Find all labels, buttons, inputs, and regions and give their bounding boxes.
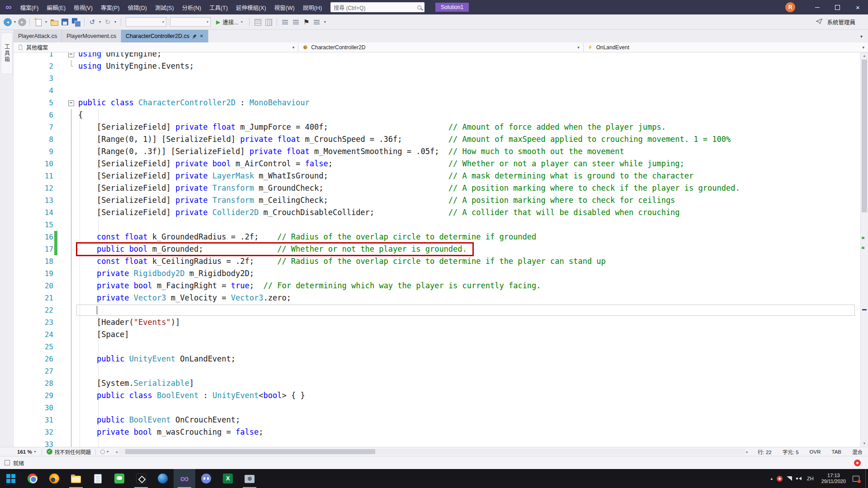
indent-icon[interactable] <box>280 17 290 27</box>
code-line[interactable]: 26 public UnityEvent OnLandEvent; <box>14 353 860 365</box>
input-language-indicator[interactable]: ZH <box>806 476 815 481</box>
menu-item[interactable]: 專案(P) <box>97 3 124 12</box>
code-editor[interactable]: 1using UnityEngine;2using UnityEngine.Ev… <box>14 52 868 447</box>
menu-item[interactable]: 檔案(F) <box>16 3 43 12</box>
tab-playerattack-cs[interactable]: PlayerAttack.cs <box>14 30 62 42</box>
member-dropdown[interactable]: OnLandEvent ▾ <box>584 42 868 52</box>
code-line[interactable]: 13 [SerializeField] private Transform m_… <box>14 194 860 206</box>
code-line[interactable]: 7 [SerializeField] private float m_JumpF… <box>14 121 860 133</box>
action-center-icon[interactable] <box>853 476 859 482</box>
line-number[interactable]: 21 <box>14 292 53 304</box>
line-number[interactable]: 19 <box>14 267 53 280</box>
code-line[interactable]: 14 [SerializeField] private Collider2D m… <box>14 206 860 219</box>
line-number[interactable]: 12 <box>14 182 53 194</box>
taskbar-firefox-button[interactable] <box>43 469 65 488</box>
line-number[interactable]: 8 <box>14 133 53 145</box>
menu-item[interactable]: 測試(S) <box>151 3 178 12</box>
taskbar-chrome-button[interactable] <box>22 469 43 488</box>
properties-icon[interactable] <box>264 17 274 27</box>
toolbox-tab[interactable]: 工具箱 <box>1 33 13 74</box>
quick-search-box[interactable]: 搜尋 (Ctrl+Q) <box>330 2 425 12</box>
redo-dropdown-chevron[interactable]: ▾ <box>113 20 118 24</box>
menu-item[interactable]: 檢視(V) <box>70 3 97 12</box>
tab-list-chevron[interactable]: ▾ <box>855 34 868 39</box>
tab-playermovement-cs[interactable]: PlayerMovement.cs <box>62 30 121 42</box>
fold-collapse-button[interactable] <box>65 97 75 109</box>
taskbar-clock[interactable]: 17:13 29/11/2020 <box>819 473 849 484</box>
code-line[interactable]: 25 <box>14 341 860 353</box>
line-number[interactable]: 26 <box>14 353 53 365</box>
line-number[interactable]: 5 <box>14 97 53 109</box>
menu-item[interactable]: 偵錯(D) <box>124 3 151 12</box>
code-line[interactable]: 28 [System.Serializable] <box>14 377 860 389</box>
code-line[interactable]: 16 const float k_GroundedRadius = .2f; /… <box>14 231 860 243</box>
taskbar-excel-button[interactable]: X <box>217 469 239 488</box>
code-line[interactable]: 4 <box>14 84 860 97</box>
line-number[interactable]: 15 <box>14 219 53 231</box>
line-number[interactable]: 28 <box>14 377 53 389</box>
taskbar-capture-button[interactable] <box>239 469 260 488</box>
minimize-button[interactable] <box>807 0 827 14</box>
taskbar-file-explorer-button[interactable] <box>65 469 87 488</box>
nav-back-icon[interactable]: ◂ <box>4 18 12 26</box>
document-health-indicator[interactable]: ✓ 找不到任何問題 <box>44 448 94 455</box>
code-line[interactable]: 30 <box>14 402 860 414</box>
line-number[interactable]: 17 <box>14 243 53 255</box>
tray-alert-icon[interactable] <box>777 476 783 482</box>
taskbar-green-app-button[interactable] <box>108 469 130 488</box>
scroll-down-arrow[interactable]: ▾ <box>861 440 868 447</box>
taskbar-visual-studio-button[interactable]: ∞ <box>174 469 195 488</box>
code-line[interactable]: 18 const float k_CeilingRadius = .2f; //… <box>14 255 860 267</box>
line-number[interactable]: 27 <box>14 365 53 377</box>
code-line[interactable]: 1using UnityEngine; <box>14 52 860 60</box>
taskbar-notepad-button[interactable] <box>87 469 108 488</box>
nav-back-dropdown-chevron[interactable]: ▾ <box>13 20 17 24</box>
menu-item[interactable]: 視窗(W) <box>270 3 299 12</box>
comment-icon[interactable] <box>312 17 322 27</box>
fold-collapse-button[interactable] <box>65 52 75 60</box>
taskbar-blue-app-button[interactable] <box>152 469 174 488</box>
nav-forward-icon[interactable]: ▸ <box>18 18 26 26</box>
code-line[interactable]: 2using UnityEngine.Events; <box>14 60 860 72</box>
outdent-icon[interactable] <box>291 17 301 27</box>
line-number[interactable]: 1 <box>14 52 53 60</box>
line-number[interactable]: 33 <box>14 438 53 447</box>
new-file-dropdown-chevron[interactable]: ▾ <box>44 20 48 24</box>
code-line[interactable]: 29 public class BoolEvent : UnityEvent<b… <box>14 389 860 402</box>
code-line[interactable]: 9 [Range(0, .3f)] [SerializeField] priva… <box>14 145 860 158</box>
line-number[interactable]: 18 <box>14 255 53 267</box>
maximize-button[interactable] <box>827 0 848 14</box>
zoom-select[interactable]: 161 %▾ <box>14 449 40 455</box>
line-number[interactable]: 7 <box>14 121 53 133</box>
line-number[interactable]: 4 <box>14 84 53 97</box>
start-button[interactable] <box>0 469 22 488</box>
close-icon[interactable]: × <box>200 33 203 39</box>
line-number[interactable]: 20 <box>14 280 53 292</box>
notification-bell-icon[interactable] <box>854 460 861 466</box>
vertical-scrollbar-thumb[interactable] <box>862 60 867 212</box>
scroll-up-arrow[interactable]: ▴ <box>861 52 868 59</box>
project-dropdown[interactable]: 其他檔案 ▾ <box>14 42 298 52</box>
line-number[interactable]: 2 <box>14 60 53 72</box>
send-feedback-icon[interactable] <box>816 18 822 26</box>
pin-icon[interactable] <box>192 34 197 39</box>
save-all-icon[interactable] <box>71 17 81 27</box>
line-number[interactable]: 31 <box>14 414 53 426</box>
code-line[interactable]: 23 [Header("Events")] <box>14 316 860 328</box>
close-button[interactable]: × <box>848 0 868 14</box>
taskbar-discord-button[interactable] <box>195 469 217 488</box>
scroll-right-arrow[interactable]: ▸ <box>745 450 750 454</box>
line-number[interactable]: 3 <box>14 72 53 84</box>
code-line[interactable]: 5public class CharacterController2D : Mo… <box>14 97 860 109</box>
code-line[interactable]: 19 private Rigidbody2D m_Rigidbody2D; <box>14 267 860 280</box>
line-number[interactable]: 29 <box>14 389 53 402</box>
overwrite-mode-indicator[interactable]: OVR <box>804 449 826 455</box>
menu-item[interactable]: 工具(T) <box>205 3 232 12</box>
solution-explorer-icon[interactable] <box>253 17 263 27</box>
code-line[interactable]: 22 <box>14 304 860 316</box>
code-line[interactable]: 3 <box>14 72 860 84</box>
bookmark-flag-icon[interactable]: ⚑ <box>302 17 311 27</box>
line-number[interactable]: 13 <box>14 194 53 206</box>
taskbar-unity-button[interactable] <box>130 469 152 488</box>
code-line[interactable]: 27 <box>14 365 860 377</box>
